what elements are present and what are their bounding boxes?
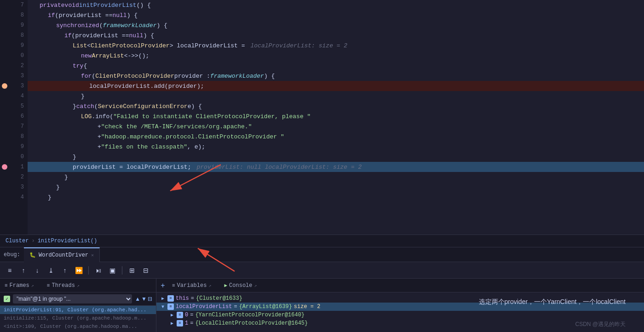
- debug-tabs-bar: ebug: 🐛 WordCountDriver ✕: [0, 247, 644, 262]
- code-line[interactable]: List<ClientProtocolProvider> localProvid…: [28, 40, 644, 51]
- line-number: 2: [15, 63, 24, 69]
- add-watch-btn[interactable]: +: [158, 281, 167, 290]
- code-line[interactable]: }: [28, 91, 644, 101]
- code-line[interactable]: LOG.info("Failed to instantiate ClientPr…: [28, 111, 644, 121]
- code-line[interactable]: if (providerList == null) {: [28, 10, 644, 20]
- thread-select[interactable]: "main"@1 in group "...: [13, 294, 132, 303]
- thread-filter-btn[interactable]: ⊟: [148, 296, 152, 302]
- variable-row[interactable]: ▶≡0 = {YarnClientProtocolProvider@1640}: [156, 311, 644, 319]
- toolbar-pause-btn[interactable]: ⏯: [92, 265, 104, 275]
- toolbar-step-over-btn[interactable]: ↑: [17, 265, 29, 275]
- code-line[interactable]: for (ClientProtocolProvider provider : f…: [28, 71, 644, 81]
- gutter-line: 8: [0, 30, 28, 40]
- breakpoint-icon[interactable]: [2, 83, 7, 89]
- variable-equals: =: [234, 303, 237, 310]
- stack-frame-item[interactable]: initialize:115, Cluster (org.apache.hado…: [0, 314, 156, 322]
- variable-type-icon: ≡: [177, 320, 183, 326]
- code-line[interactable]: if (providerList == null) {: [28, 30, 644, 40]
- threads-pin-icon: ↗: [77, 283, 80, 288]
- gutter-line: 7: [0, 0, 28, 10]
- variable-value: {YarnClientProtocolProvider@1640}: [195, 312, 305, 318]
- toolbar-resume-btn[interactable]: ⏩: [73, 265, 85, 275]
- expand-icon[interactable]: ▶: [169, 321, 175, 326]
- variable-row[interactable]: ▼≡localProviderList = {ArrayList@1639} s…: [156, 303, 644, 311]
- thread-down-btn[interactable]: ▼: [141, 296, 147, 302]
- code-line[interactable]: try {: [28, 61, 644, 71]
- line-number: 1: [15, 164, 24, 170]
- expand-icon[interactable]: ▶: [169, 312, 175, 318]
- expand-icon[interactable]: ▼: [160, 304, 166, 309]
- code-line[interactable]: + "check the /META-INF/services/org.apac…: [28, 121, 644, 132]
- frames-icon: ≡: [5, 283, 8, 288]
- breakpoint-icon[interactable]: [2, 164, 7, 170]
- code-line[interactable]: synchronized (frameworkLoader) {: [28, 20, 644, 30]
- code-token: <: [87, 42, 91, 49]
- stack-frame-item[interactable]: <init>:109, Cluster (org.apache.hadoop.m…: [0, 322, 156, 331]
- code-line[interactable]: + "files on the classpath", e);: [28, 142, 644, 152]
- line-number: 9: [15, 42, 24, 49]
- code-token: .info(: [92, 113, 113, 120]
- left-panel-tabs: ≡ Frames ↗ ≡ Threads ↗: [0, 279, 156, 292]
- tab-threads[interactable]: ≡ Threads ↗: [42, 279, 84, 292]
- code-line[interactable]: }: [28, 152, 644, 162]
- tab-console[interactable]: ▶ Console ↗: [219, 279, 261, 292]
- variable-type-icon: ≡: [167, 295, 174, 302]
- code-token: "hadoop.mapreduce.protocol.ClientProtoco…: [101, 133, 284, 140]
- toolbar-rerun-btn[interactable]: ≡: [4, 265, 16, 275]
- gutter-line: 7: [0, 121, 28, 132]
- thread-navigation: ▲ ▼ ⊟: [135, 296, 152, 302]
- gutter-line: 4: [0, 192, 28, 202]
- tab-close-icon[interactable]: ✕: [91, 252, 94, 258]
- code-token: frameworkLoader: [103, 22, 156, 29]
- code-line[interactable]: + "hadoop.mapreduce.protocol.ClientProto…: [28, 132, 644, 142]
- code-line[interactable]: }: [28, 192, 644, 202]
- line-number: 4: [15, 194, 24, 200]
- stack-frame-item[interactable]: initProviderList:91, Cluster (org.apache…: [0, 306, 156, 314]
- gutter-line: 6: [0, 111, 28, 121]
- debug-tab-wordcount[interactable]: 🐛 WordCountDriver ✕: [24, 247, 100, 262]
- code-token: void: [65, 2, 79, 9]
- line-gutter: 78989023345678901234: [0, 0, 28, 235]
- thread-up-btn[interactable]: ▲: [135, 296, 140, 302]
- thread-checkbox[interactable]: ✓: [4, 296, 10, 302]
- toolbar-settings-btn[interactable]: ⊟: [140, 265, 152, 275]
- code-line[interactable]: }: [28, 172, 644, 182]
- tab-frames[interactable]: ≡ Frames ↗: [0, 279, 39, 292]
- variable-row[interactable]: ▶≡this = {Cluster@1633}: [156, 294, 644, 303]
- breadcrumb-item-2[interactable]: initProviderList(): [38, 238, 98, 244]
- code-line[interactable]: private void initProviderList() {: [28, 0, 644, 10]
- console-label: Console: [229, 282, 252, 289]
- toolbar-step-out-btn[interactable]: ⤓: [45, 265, 57, 275]
- right-debug-panel: + ≡ Variables ↗ ▶ Console ↗ ▶≡this = {Cl…: [156, 279, 644, 332]
- variable-size: size = 2: [294, 303, 321, 310]
- toolbar-step-into-btn[interactable]: ↓: [31, 265, 43, 275]
- code-token: provider :: [174, 73, 210, 80]
- variable-row[interactable]: ▶≡1 = {LocalClientProtocolProvider@1645}: [156, 319, 644, 327]
- code-token: try: [73, 63, 83, 69]
- gutter-line: 0: [0, 152, 28, 162]
- code-lines: private void initProviderList() {if (pro…: [28, 0, 644, 235]
- breadcrumb-item-1[interactable]: Cluster: [6, 238, 29, 244]
- expand-icon[interactable]: ▶: [160, 296, 166, 301]
- code-line[interactable]: localProviderList.add(provider);: [28, 81, 644, 91]
- code-token: }: [56, 184, 60, 191]
- code-token: new: [81, 52, 92, 59]
- tab-variables[interactable]: ≡ Variables ↗: [167, 279, 216, 292]
- code-line[interactable]: providerList = localProviderList;provide…: [28, 162, 644, 172]
- line-number: 3: [15, 83, 24, 89]
- toolbar-stop-btn[interactable]: ▣: [106, 265, 118, 275]
- code-token: ) {: [144, 32, 154, 39]
- toolbar-grid-btn[interactable]: ⊞: [126, 265, 138, 275]
- code-token: }: [73, 103, 76, 110]
- code-line[interactable]: } catch(ServiceConfigurationError e) {: [28, 101, 644, 111]
- variable-name: localProviderList: [176, 303, 232, 310]
- gutter-line: 4: [0, 91, 28, 101]
- code-token: {: [83, 63, 87, 69]
- gutter-line: 9: [0, 20, 28, 30]
- code-line[interactable]: new ArrayList<->>();: [28, 51, 644, 61]
- code-token: }: [64, 174, 68, 181]
- code-token: > localProviderList =: [170, 42, 245, 49]
- toolbar-up-btn[interactable]: ↑: [59, 265, 71, 275]
- frames-label: Frames: [10, 282, 29, 289]
- code-line[interactable]: }: [28, 182, 644, 192]
